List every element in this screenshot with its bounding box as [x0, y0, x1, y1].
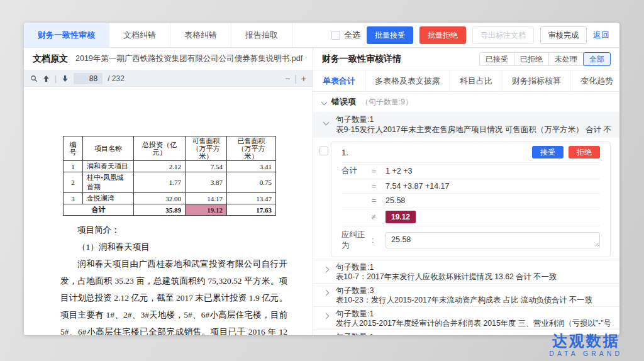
total-cell-highlighted[interactable]: 19.12	[186, 204, 227, 216]
tab-financial-consistency[interactable]: 财务一致性审核	[24, 23, 109, 47]
search-icon[interactable]	[30, 75, 38, 82]
tab-change-trend[interactable]: 变化趋势	[571, 70, 619, 91]
zoom-controls: − | +	[285, 74, 306, 84]
tab-subject-ratio[interactable]: 科目占比	[450, 70, 502, 91]
cell: 13.47	[227, 193, 276, 204]
paragraph-body-1: 润和春天项目由广西桂泰地和武宣投资有限公司自行开发，占地面积 35.23 亩，总…	[60, 255, 287, 335]
chevron-down-icon[interactable]	[321, 99, 328, 105]
paragraph-intro: 项目简介：	[60, 221, 287, 238]
pdf-body-text: 项目简介： （1）润和春天项目 润和春天项目由广西桂泰地和武宣投资有限公司自行开…	[60, 221, 287, 335]
calc-value: 7.54 +3.87 +14.17	[386, 182, 449, 191]
chevron-down-icon[interactable]	[323, 119, 330, 126]
filter-unprocessed-button[interactable]: 未处理	[548, 52, 584, 66]
document-pane: 文档原文 2019年第一期广西铁路投资集团有限公司公司债券募集说明书.pdf |…	[24, 48, 313, 335]
error-card-row: 1. 接受 拒绝 合计 = 1 +2 +3	[313, 138, 619, 257]
document-pane-title: 文档原文	[33, 53, 68, 65]
cell: 3	[64, 193, 83, 204]
list-item[interactable]: 句子数量:3 表10-23：发行人2015-2017年末流动资产构成表 占比 流…	[313, 283, 619, 306]
cell: 0.75	[227, 172, 276, 193]
review-complete-button[interactable]: 审核完成	[540, 26, 587, 44]
list-item[interactable]: 句子数量:1 表10-7：2017年末发行人应收款坏账计提情况 13.62 合计…	[313, 260, 619, 283]
correction-label: 应纠正为	[341, 230, 372, 251]
col-header: 编号	[64, 136, 83, 161]
correction-input[interactable]: 25.58	[386, 232, 600, 248]
cell: 3.41	[227, 161, 276, 172]
cell: 1	[64, 161, 83, 172]
chevron-right-icon[interactable]	[323, 290, 330, 296]
total-cell: 35.89	[134, 204, 186, 216]
cell: 3.87	[186, 172, 227, 193]
toolbar-divider: |	[55, 74, 57, 83]
app-window: 财务一致性审核 文档纠错 表格纠错 报告抽取 全选 批量接受 批量拒绝 导出标注…	[24, 23, 619, 335]
calc-row: = 25.58	[341, 193, 600, 208]
table-total-row: 合计 35.89 19.12 17.63	[64, 204, 276, 216]
batch-reject-button[interactable]: 批量拒绝	[419, 26, 466, 44]
calc-row: = 7.54 +3.87 +14.17	[341, 179, 600, 193]
card-header: 1. 接受 拒绝	[341, 142, 600, 162]
table-header-row: 编号 项目名称 总投资（亿元） 可售面积 （万平方米） 已售面积 （万平方米）	[64, 136, 276, 161]
zoom-in-button[interactable]: +	[301, 74, 306, 84]
chevron-right-icon[interactable]	[323, 267, 330, 273]
accept-button[interactable]: 接受	[532, 146, 564, 158]
group-sentence-count: 句子数量:1	[336, 114, 611, 125]
cell: 32.00	[134, 193, 186, 204]
tab-financial-indicator[interactable]: 财务指标核算	[502, 70, 571, 91]
detail-pane: 财务一致性审核详情 已接受 已拒绝 未处理 全部 单表合计 多表格及表文披露 科…	[313, 48, 619, 335]
logo-chinese-text: 达观数据	[549, 333, 623, 349]
list-item[interactable]: 句子数量:1 发行人2015-2017年度经审计的合并利润表 2015年度 三、…	[313, 306, 619, 330]
pdf-page[interactable]: 编号 项目名称 总投资（亿元） 可售面积 （万平方米） 已售面积 （万平方米） …	[24, 87, 313, 335]
calc-value: 1 +2 +3	[386, 167, 412, 175]
calc-operator: =	[372, 182, 386, 191]
tab-doc-correction[interactable]: 文档纠错	[109, 23, 170, 47]
calc-operator: =	[372, 196, 386, 205]
cell: 金悦澜湾	[83, 193, 134, 204]
calc-operator-not-equal: ≠	[372, 213, 386, 221]
export-annotated-doc-button[interactable]: 导出标注文档	[472, 26, 534, 44]
error-value-badge: 19.12	[386, 211, 416, 223]
document-filename: 2019年第一期广西铁路投资集团有限公司公司债券募集说明书.pdf	[75, 53, 303, 64]
detail-pane-header: 财务一致性审核详情 已接受 已拒绝 未处理 全部	[313, 48, 619, 70]
batch-accept-button[interactable]: 批量接受	[367, 26, 413, 44]
select-all-label: 全选	[344, 30, 360, 41]
zoom-out-button[interactable]: −	[285, 74, 290, 84]
error-group-header[interactable]: 句子数量:1 表9-15发行人2017年末主要在售房地产项目情况 可售面积（万平…	[313, 112, 619, 138]
logo-english-text: DATA GRAND	[549, 350, 623, 357]
top-actions: 全选 批量接受 批量拒绝 导出标注文档 审核完成 返回	[331, 23, 619, 47]
cell: 7.54	[186, 161, 227, 172]
correction-colon: :	[372, 236, 386, 245]
tab-single-table-total[interactable]: 单表合计	[313, 70, 365, 91]
pdf-toolbar: | / 232 − | +	[24, 70, 313, 87]
tab-table-correction[interactable]: 表格纠错	[170, 23, 231, 47]
reject-button[interactable]: 拒绝	[569, 146, 600, 158]
pdf-projects-table: 编号 项目名称 总投资（亿元） 可售面积 （万平方米） 已售面积 （万平方米） …	[63, 136, 276, 216]
error-section-header[interactable]: 错误项 （句子数量:9）	[313, 92, 619, 112]
page-down-icon[interactable]	[62, 75, 69, 82]
top-tab-bar: 财务一致性审核 文档纠错 表格纠错 报告抽取 全选 批量接受 批量拒绝 导出标注…	[24, 23, 619, 48]
group-description: 表9-15发行人2017年末主要在售房地产项目情况 可售面积（万平方米） 合计 …	[336, 125, 611, 135]
calc-operator: =	[372, 167, 386, 175]
item-description: 表10-7：2017年末发行人应收款坏账计提情况 13.62 合计 不一致	[336, 272, 611, 282]
calc-row: 合计 = 1 +2 +3	[341, 162, 600, 179]
error-item-checkbox[interactable]	[319, 147, 328, 155]
table-row: 2 桂中•凤凰城首期 1.77 3.87 0.75	[64, 172, 276, 193]
chevron-right-icon[interactable]	[323, 313, 330, 319]
paragraph-heading-1: （1）润和春天项目	[60, 238, 287, 255]
tab-report-extraction[interactable]: 报告抽取	[231, 23, 292, 47]
col-header: 可售面积 （万平方米）	[186, 136, 227, 161]
page-number-input[interactable]	[74, 73, 103, 84]
filter-rejected-button[interactable]: 已拒绝	[514, 52, 549, 66]
filter-accepted-button[interactable]: 已接受	[479, 52, 514, 66]
cell: 润和春天项目	[83, 161, 134, 172]
cell: 2	[64, 172, 83, 193]
item-description: 发行人2015-2017年度经审计的合并利润表 2015年度 三、营业利润（亏损…	[336, 319, 611, 328]
page-up-icon[interactable]	[43, 75, 50, 82]
filter-all-button[interactable]: 全部	[583, 52, 611, 66]
correction-input-wrap: 25.58	[386, 232, 600, 248]
calc-row-error: ≠ 19.12	[341, 208, 600, 226]
back-link[interactable]: 返回	[593, 30, 609, 41]
tab-multi-table-disclosure[interactable]: 多表格及表文披露	[365, 70, 450, 91]
col-header: 已售面积 （万平方米）	[227, 136, 276, 161]
table-row: 1 润和春天项目 2.12 7.54 3.41	[64, 161, 276, 172]
select-all-checkbox[interactable]	[331, 31, 340, 40]
cell: 1.77	[134, 172, 186, 193]
